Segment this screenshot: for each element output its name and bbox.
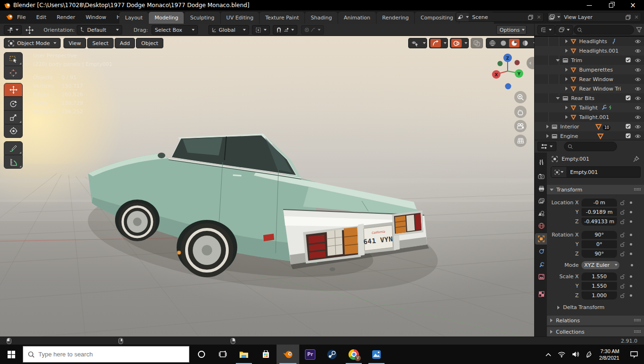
object-type-visibility-dropdown[interactable] [408, 38, 427, 48]
proportional-editing-controls[interactable] [301, 25, 324, 35]
car-model[interactable]: California 641 VYN [82, 134, 443, 308]
view-layer-value[interactable]: View Layer [561, 14, 624, 20]
animate-dot[interactable] [630, 211, 632, 213]
show-gizmo-toggle[interactable] [429, 38, 448, 48]
viewport-menu-view[interactable]: View [63, 38, 86, 48]
volume-icon[interactable] [572, 351, 579, 357]
cortana-button[interactable] [190, 345, 212, 364]
filter-funnel-icon[interactable] [636, 27, 642, 33]
file-explorer-icon[interactable] [233, 345, 255, 364]
show-overlays-toggle[interactable] [450, 38, 469, 48]
properties-search-field[interactable] [564, 142, 617, 151]
collection-checkbox[interactable] [626, 133, 631, 140]
hide-eye-toggle[interactable] [635, 115, 641, 121]
panel-grip[interactable] [634, 188, 641, 191]
hide-eye-toggle[interactable] [635, 134, 641, 140]
wifi-icon[interactable] [558, 352, 565, 357]
hide-eye-toggle[interactable] [635, 105, 641, 111]
tab-compositing[interactable]: Compositing [415, 12, 459, 24]
gizmo-neg-x-axis[interactable] [515, 60, 520, 65]
minimize-button[interactable] [579, 0, 600, 10]
scene-selector[interactable]: Scene ✕ [456, 12, 544, 22]
output-tab[interactable] [535, 183, 547, 194]
navigation-gizmo[interactable]: Z X Y [490, 52, 526, 90]
photos-app-icon[interactable] [366, 345, 387, 364]
outliner-item[interactable]: Rear Window [535, 74, 644, 84]
select-box-tool[interactable] [4, 52, 23, 66]
viewport-menu-add[interactable]: Add [115, 38, 135, 48]
expand-arrow[interactable] [546, 125, 549, 128]
render-tab[interactable] [535, 171, 547, 182]
tab-uv-editing[interactable]: UV Editing [221, 12, 259, 24]
zoom-button[interactable] [514, 91, 527, 103]
collection-checkbox[interactable] [626, 57, 631, 64]
scene-icon[interactable] [456, 13, 469, 21]
menu-file[interactable]: File [17, 14, 26, 20]
outliner-item[interactable]: Tailight.001 [535, 112, 644, 122]
shading-solid-button[interactable] [498, 39, 509, 47]
microsoft-store-icon[interactable] [255, 345, 277, 364]
lock-icon[interactable] [620, 200, 625, 205]
expand-arrow[interactable] [565, 49, 568, 53]
transform-tool[interactable] [4, 124, 23, 138]
menu-render[interactable]: Render [57, 14, 75, 20]
tab-layout[interactable]: Layout [119, 12, 148, 24]
falloff-curve-icon[interactable] [311, 27, 315, 33]
hide-eye-toggle[interactable] [635, 86, 641, 92]
shading-material-preview-button[interactable] [509, 39, 519, 47]
lock-icon[interactable] [620, 274, 625, 279]
hide-eye-toggle[interactable] [635, 58, 641, 64]
active-tool-dropdown[interactable] [4, 25, 22, 35]
new-scene-button[interactable] [526, 15, 535, 20]
scene-selector-value[interactable]: Scene [469, 14, 526, 20]
animate-dot[interactable] [630, 253, 632, 255]
steam-icon[interactable] [321, 345, 343, 364]
animate-dot[interactable] [630, 234, 632, 236]
camera-view-button[interactable] [514, 120, 527, 132]
rotation-y-field[interactable]: 0° [581, 240, 617, 248]
orientation-dropdown[interactable]: Default [77, 25, 122, 35]
lock-icon[interactable] [620, 293, 625, 298]
outliner-filter-mode-dropdown[interactable] [555, 25, 573, 35]
animate-dot[interactable] [631, 264, 633, 266]
outliner-search-field[interactable] [573, 25, 634, 35]
taskbar-search-input[interactable] [38, 351, 166, 358]
tab-rendering[interactable]: Rendering [376, 12, 414, 24]
unlink-scene-button[interactable]: ✕ [535, 14, 543, 20]
proportional-edit-icon[interactable] [304, 27, 309, 33]
annotate-tool[interactable] [4, 141, 23, 155]
animate-dot[interactable] [630, 275, 632, 278]
expand-arrow[interactable] [565, 68, 568, 72]
magnet-icon[interactable] [276, 27, 282, 33]
menu-edit[interactable]: Edit [36, 14, 46, 20]
delta-transform-subpanel[interactable]: Delta Transform [557, 304, 605, 310]
action-center-icon[interactable] [630, 351, 638, 358]
empty-origin-point[interactable] [177, 251, 181, 255]
gizmo-neg-y-axis[interactable] [498, 61, 503, 66]
hide-eye-toggle[interactable] [635, 124, 641, 130]
lock-icon[interactable] [620, 209, 625, 215]
lock-icon[interactable] [620, 283, 625, 289]
tab-animation[interactable]: Animation [338, 12, 376, 24]
object-id-icon[interactable] [551, 167, 566, 177]
animate-dot[interactable] [630, 220, 632, 223]
location-y-field[interactable]: -0.9189 m [581, 208, 617, 216]
lock-icon[interactable] [620, 232, 625, 237]
outliner-item[interactable]: Headlights [535, 36, 644, 46]
tab-modeling[interactable]: Modeling [149, 12, 184, 24]
hide-eye-toggle[interactable] [635, 77, 641, 83]
lock-icon[interactable] [620, 242, 625, 247]
shading-rendered-button[interactable] [520, 39, 530, 47]
snap-controls[interactable] [273, 25, 297, 35]
close-button[interactable]: × [622, 0, 644, 10]
outliner-item[interactable]: Tailight [535, 103, 644, 112]
measure-tool[interactable] [4, 155, 23, 169]
animate-dot[interactable] [630, 243, 632, 246]
constraints-tab[interactable] [535, 259, 547, 270]
lock-icon[interactable] [620, 251, 625, 256]
move-tool[interactable] [4, 83, 23, 97]
object-data-tab[interactable] [535, 271, 547, 282]
pivot-point-dropdown[interactable] [252, 25, 270, 35]
properties-editor-type-dropdown[interactable] [537, 142, 556, 151]
remove-view-layer-button[interactable]: ✕ [632, 14, 641, 20]
